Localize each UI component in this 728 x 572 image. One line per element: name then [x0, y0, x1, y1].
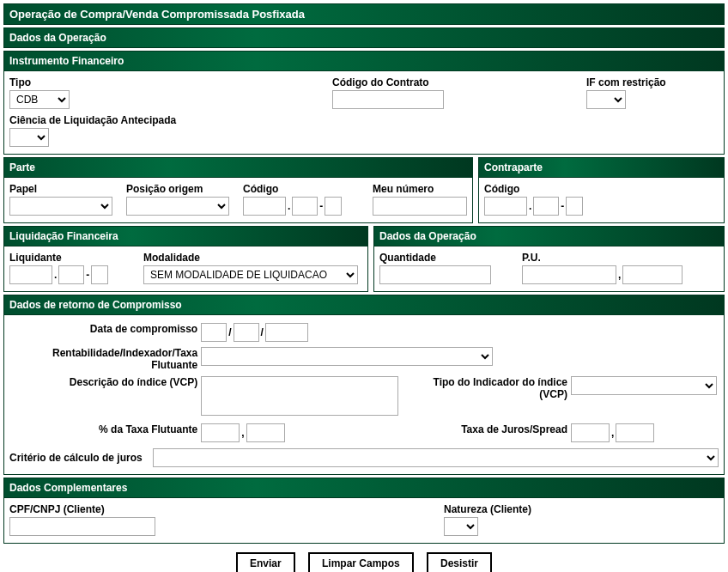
liquidante-label: Liquidante [9, 252, 138, 264]
data-compromisso-label: Data de compromisso [9, 320, 199, 344]
cpf-label: CPF/CNPJ (Cliente) [9, 503, 439, 515]
tipo-label: Tipo [9, 76, 327, 88]
desc-indice-textarea[interactable] [201, 376, 398, 416]
parte-codigo-b-input[interactable] [292, 197, 318, 216]
cpf-input[interactable] [9, 517, 155, 536]
panel-parte: Papel Posição origem Código .- Meu númer… [3, 178, 473, 223]
comma-sep: , [610, 427, 616, 439]
papel-label: Papel [9, 183, 121, 195]
quantidade-label: Quantidade [379, 252, 517, 264]
codigo-contrato-label: Código do Contrato [332, 76, 581, 88]
panel-liquidacao: Liquidante .- Modalidade SEM MODALIDADE … [3, 246, 368, 292]
slash-sep: / [227, 326, 233, 338]
criterio-select[interactable] [153, 448, 719, 467]
parte-codigo-c-input[interactable] [325, 197, 342, 216]
section-parte: Parte [3, 157, 473, 178]
tipo-select[interactable]: CDB [9, 90, 70, 109]
if-restricao-label: IF com restrição [586, 76, 719, 88]
page-title: Operação de Compra/Venda Compromissada P… [3, 3, 725, 25]
section-retorno: Dados de retorno de Compromisso [3, 295, 725, 315]
contraparte-codigo-label: Código [484, 183, 719, 195]
section-dados-operacao-mid: Dados da Operação [373, 226, 725, 246]
posicao-label: Posição origem [126, 183, 238, 195]
contraparte-codigo-b-input[interactable] [533, 197, 559, 216]
modalidade-select[interactable]: SEM MODALIDADE DE LIQUIDACAO [143, 265, 358, 284]
rentab-select[interactable] [201, 347, 493, 366]
dot-sep: . [527, 200, 533, 212]
tipo-indicador-label: Tipo do Indicador do índice (VCP) [405, 374, 569, 421]
pct-taxa-int-input[interactable] [201, 423, 240, 442]
ciencia-select[interactable] [9, 128, 49, 147]
if-restricao-select[interactable] [586, 90, 626, 109]
papel-select[interactable] [9, 197, 112, 216]
section-instrumento: Instrumento Financeiro [3, 51, 725, 71]
desc-indice-label: Descrição do índice (VCP) [9, 374, 199, 421]
desistir-button[interactable]: Desistir [427, 552, 492, 572]
liquidante-a-input[interactable] [9, 265, 52, 284]
rentab-label: Rentabilidade/Indexador/Taxa Flutuante [9, 344, 199, 374]
dot-sep: . [286, 200, 292, 212]
data-y-input[interactable] [265, 323, 308, 342]
posicao-select[interactable] [126, 197, 229, 216]
parte-codigo-label: Código [243, 183, 367, 195]
pu-int-input[interactable] [522, 265, 616, 284]
button-row: Enviar Limpar Campos Desistir [3, 544, 725, 572]
data-d-input[interactable] [201, 323, 227, 342]
enviar-button[interactable]: Enviar [236, 552, 295, 572]
dash-sep: - [318, 200, 325, 212]
dash-sep: - [559, 200, 566, 212]
codigo-contrato-input[interactable] [332, 90, 444, 109]
limpar-button[interactable]: Limpar Campos [308, 552, 414, 572]
pu-dec-input[interactable] [622, 265, 682, 284]
ciencia-label: Ciência de Liquidação Antecipada [9, 114, 719, 126]
liquidante-b-input[interactable] [58, 265, 84, 284]
pu-label: P.U. [522, 252, 719, 264]
quantidade-input[interactable] [379, 265, 491, 284]
liquidante-c-input[interactable] [91, 265, 108, 284]
dash-sep: - [84, 269, 91, 281]
taxa-juros-label: Taxa de Juros/Spread [405, 421, 569, 445]
modalidade-label: Modalidade [143, 252, 362, 264]
data-m-input[interactable] [234, 323, 259, 342]
slash-sep: / [259, 326, 265, 338]
panel-contraparte: Código .- [478, 178, 725, 223]
natureza-select[interactable] [444, 517, 478, 536]
natureza-label: Natureza (Cliente) [444, 503, 719, 515]
criterio-label: Critério de cálculo de juros [9, 452, 148, 464]
taxa-juros-int-input[interactable] [571, 423, 610, 442]
panel-complementares: CPF/CNPJ (Cliente) Natureza (Cliente) [3, 498, 725, 544]
comma-sep: , [616, 269, 622, 281]
pct-taxa-dec-input[interactable] [246, 423, 285, 442]
panel-instrumento: Tipo CDB Código do Contrato IF com restr… [3, 71, 725, 155]
panel-retorno: Data de compromisso // Rentabilidade/Ind… [3, 315, 725, 475]
contraparte-codigo-a-input[interactable] [484, 197, 527, 216]
taxa-juros-dec-input[interactable] [616, 423, 654, 442]
meu-numero-label: Meu número [373, 183, 467, 195]
pct-taxa-label: % da Taxa Flutuante [9, 421, 199, 445]
section-contraparte: Contraparte [478, 157, 725, 178]
tipo-indicador-select[interactable] [571, 376, 717, 395]
parte-codigo-a-input[interactable] [243, 197, 286, 216]
section-dados-operacao-top: Dados da Operação [3, 27, 725, 48]
comma-sep: , [240, 427, 246, 439]
section-complementares: Dados Complementares [3, 478, 725, 498]
dot-sep: . [52, 269, 58, 281]
panel-dados-operacao-mid: Quantidade P.U. , [373, 246, 725, 292]
contraparte-codigo-c-input[interactable] [566, 197, 583, 216]
meu-numero-input[interactable] [373, 197, 467, 216]
section-liquidacao: Liquidação Financeira [3, 226, 368, 246]
